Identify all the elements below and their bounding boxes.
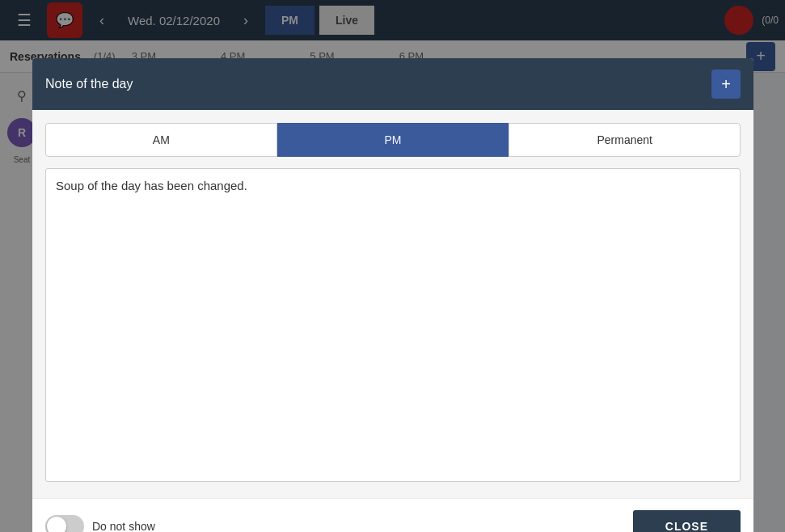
note-of-day-modal: Note of the day + AM PM Permanent Do not…	[32, 58, 753, 532]
modal-title: Note of the day	[45, 77, 133, 91]
do-not-show-label: Do not show	[92, 520, 155, 532]
modal-footer: Do not show CLOSE	[32, 498, 753, 532]
toggle-thumb	[47, 517, 66, 532]
modal-add-icon: +	[721, 75, 731, 94]
modal-header: Note of the day +	[32, 58, 753, 110]
modal-body: AM PM Permanent	[32, 110, 753, 498]
tab-am[interactable]: AM	[45, 123, 277, 157]
tab-pm[interactable]: PM	[277, 123, 509, 157]
do-not-show-toggle[interactable]	[45, 515, 84, 532]
note-textarea[interactable]	[45, 168, 741, 482]
tab-permanent[interactable]: Permanent	[509, 123, 741, 157]
close-button[interactable]: CLOSE	[633, 510, 741, 532]
do-not-show-container: Do not show	[45, 515, 155, 532]
modal-add-button[interactable]: +	[711, 70, 741, 99]
tabs-row: AM PM Permanent	[45, 123, 741, 157]
